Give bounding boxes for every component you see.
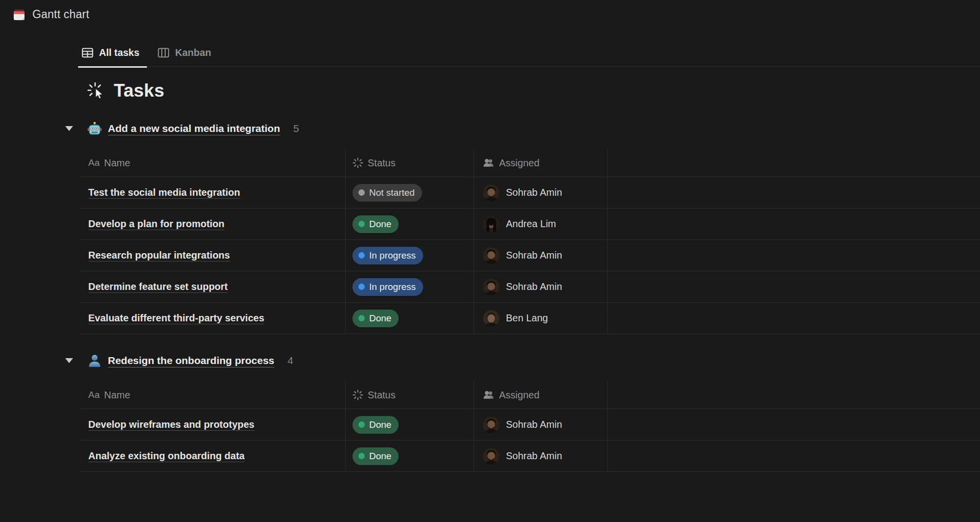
status-dot-icon [358, 421, 365, 428]
table-row: Determine feature set support In progres… [80, 271, 980, 302]
empty-cell [608, 271, 980, 302]
task-table: Aa Name [80, 149, 980, 334]
click-icon [87, 81, 107, 101]
status-cell[interactable]: In progress [346, 240, 474, 271]
table-row: Analyze existing onboarding data Done [80, 440, 980, 472]
assignee-name: Sohrab Amin [506, 187, 562, 198]
assignee-name: Andrea Lim [506, 218, 556, 230]
status-badge[interactable]: In progress [352, 278, 423, 296]
tab-all-tasks[interactable]: All tasks [81, 46, 139, 59]
kanban-icon [157, 46, 170, 59]
status-badge[interactable]: Done [352, 215, 399, 233]
status-dot-icon [358, 252, 365, 259]
assignee-name: Sohrab Amin [506, 419, 562, 430]
table-row: Develop wireframes and prototypes Done [80, 409, 980, 440]
group-icon [87, 121, 102, 136]
column-header-status[interactable]: Status [346, 381, 474, 409]
status-dot-icon [358, 315, 365, 321]
name-cell[interactable]: Determine feature set support [80, 271, 346, 302]
avatar [483, 247, 500, 264]
group-count: 5 [293, 123, 299, 134]
assigned-cell[interactable]: Sohrab Amin [474, 409, 608, 440]
status-badge[interactable]: Not started [352, 184, 422, 202]
assigned-cell[interactable]: Sohrab Amin [474, 240, 608, 271]
status-spinner-icon [352, 157, 363, 168]
group-count: 4 [288, 355, 294, 366]
column-label: Status [368, 157, 396, 169]
group-title-link[interactable]: Redesign the onboarding process [108, 355, 275, 366]
task-name-link[interactable]: Analyze existing onboarding data [88, 450, 245, 462]
assignee-name: Ben Lang [506, 313, 548, 324]
task-name-link[interactable]: Test the social media integration [88, 187, 240, 198]
column-label: Name [104, 157, 130, 169]
status-cell[interactable]: Done [346, 441, 474, 471]
empty-cell [608, 177, 980, 208]
task-name-link[interactable]: Determine feature set support [88, 281, 228, 292]
column-header-name[interactable]: Aa Name [80, 381, 346, 409]
name-cell[interactable]: Analyze existing onboarding data [80, 441, 346, 471]
tab-kanban[interactable]: Kanban [157, 46, 211, 59]
column-header-name[interactable]: Aa Name [80, 149, 346, 177]
column-header-extra [608, 381, 980, 409]
name-cell[interactable]: Research popular integrations [80, 240, 346, 271]
status-badge[interactable]: Done [352, 310, 399, 327]
status-cell[interactable]: In progress [346, 271, 474, 302]
assignee-name: Sohrab Amin [506, 450, 562, 462]
avatar [483, 279, 500, 295]
assigned-cell[interactable]: Sohrab Amin [474, 177, 608, 208]
task-name-link[interactable]: Develop a plan for promotion [88, 218, 225, 230]
table-icon [81, 46, 94, 59]
status-label: In progress [369, 282, 416, 292]
collapse-toggle-icon[interactable] [65, 126, 73, 131]
group-title-link[interactable]: Add a new social media integration [108, 123, 280, 134]
status-cell[interactable]: Done [346, 303, 474, 334]
status-label: Done [369, 313, 391, 324]
status-label: Done [369, 219, 391, 230]
collapse-toggle-icon[interactable] [65, 358, 73, 363]
assignee-name: Sohrab Amin [506, 250, 562, 261]
column-header-assigned[interactable]: Assigned [474, 149, 608, 177]
empty-cell [608, 441, 980, 471]
people-icon [483, 389, 495, 401]
status-dot-icon [358, 189, 365, 196]
task-name-link[interactable]: Develop wireframes and prototypes [88, 419, 254, 430]
assigned-cell[interactable]: Ben Lang [474, 303, 608, 334]
status-badge[interactable]: Done [352, 447, 399, 465]
table-header-row: Aa Name [80, 149, 980, 177]
column-header-assigned[interactable]: Assigned [474, 381, 608, 409]
status-badge[interactable]: In progress [352, 247, 423, 264]
text-icon: Aa [88, 390, 100, 400]
avatar [483, 184, 500, 201]
column-label: Assigned [499, 390, 539, 401]
assigned-cell[interactable]: Sohrab Amin [474, 441, 608, 471]
status-cell[interactable]: Not started [346, 177, 474, 208]
tab-label: All tasks [99, 47, 139, 58]
table-row: Test the social media integration Not st… [80, 177, 980, 208]
table-body: Test the social media integration Not st… [80, 177, 980, 334]
assigned-cell[interactable]: Sohrab Amin [474, 271, 608, 302]
groups-container: Add a new social media integration 5 Aa … [0, 119, 980, 472]
column-header-status[interactable]: Status [346, 149, 474, 177]
table-row: Develop a plan for promotion Done [80, 208, 980, 239]
status-label: In progress [369, 250, 416, 261]
task-name-link[interactable]: Research popular integrations [88, 250, 230, 261]
status-label: Done [369, 451, 391, 462]
name-cell[interactable]: Develop a plan for promotion [80, 209, 346, 239]
table-header-row: Aa Name [80, 381, 980, 409]
assigned-cell[interactable]: Andrea Lim [474, 209, 608, 239]
group-icon [87, 353, 102, 368]
people-icon [483, 157, 495, 169]
page-title: Gantt chart [32, 8, 89, 21]
topbar: Gantt chart [0, 0, 980, 24]
status-cell[interactable]: Done [346, 409, 474, 440]
status-badge[interactable]: Done [352, 416, 399, 434]
name-cell[interactable]: Evaluate different third-party services [80, 303, 346, 334]
avatar [483, 448, 500, 465]
empty-cell [608, 209, 980, 239]
name-cell[interactable]: Develop wireframes and prototypes [80, 409, 346, 440]
name-cell[interactable]: Test the social media integration [80, 177, 346, 208]
status-cell[interactable]: Done [346, 209, 474, 239]
avatar [483, 310, 500, 327]
group-header: Redesign the onboarding process 4 [65, 351, 980, 370]
task-name-link[interactable]: Evaluate different third-party services [88, 313, 264, 324]
